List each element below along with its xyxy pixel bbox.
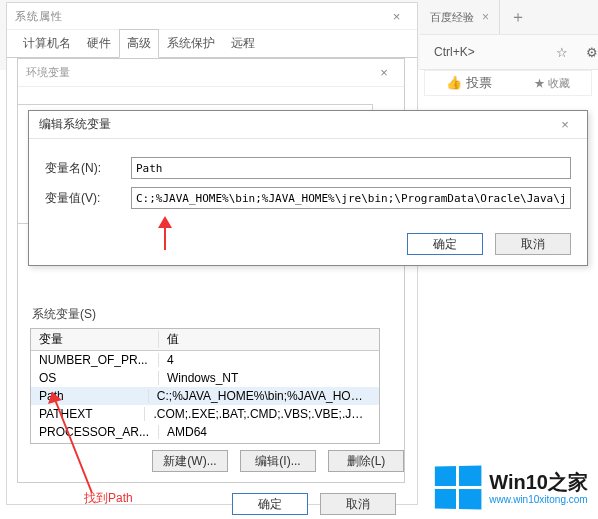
ok-button[interactable]: 确定	[407, 233, 483, 255]
system-variables-label: 系统变量(S)	[32, 306, 96, 323]
col-header-value[interactable]: 值	[159, 331, 187, 348]
svg-marker-3	[158, 216, 172, 228]
delete-button[interactable]: 删除(L)	[328, 450, 404, 472]
thumbs-up-icon[interactable]: 👍 投票	[446, 74, 492, 92]
tab-advanced[interactable]: 高级	[119, 29, 159, 58]
new-button[interactable]: 新建(W)...	[152, 450, 228, 472]
arrow-icon	[42, 388, 102, 498]
gear-icon[interactable]: ⚙	[586, 45, 598, 60]
close-icon[interactable]: ×	[482, 10, 489, 24]
cancel-button[interactable]: 取消	[495, 233, 571, 255]
close-icon[interactable]: ×	[372, 65, 396, 80]
dialog-title: 编辑系统变量	[39, 116, 111, 133]
variable-name-input[interactable]	[131, 157, 571, 179]
watermark-title: Win10之家	[489, 470, 588, 494]
window-title: 环境变量	[26, 65, 70, 80]
edit-system-variable-dialog: 编辑系统变量 × 变量名(N): 变量值(V): 确定 取消	[28, 110, 588, 266]
close-icon[interactable]: ×	[385, 9, 409, 24]
table-row[interactable]: OSWindows_NT	[31, 369, 379, 387]
tab-label: 百度经验	[430, 10, 474, 25]
watermark: Win10之家 www.win10xitong.com	[434, 466, 588, 509]
arrow-icon	[150, 214, 180, 254]
windows-logo-icon	[435, 465, 482, 509]
svg-line-0	[52, 392, 92, 493]
cancel-button[interactable]: 取消	[320, 493, 396, 515]
edit-button[interactable]: 编辑(I)...	[240, 450, 316, 472]
variable-value-input[interactable]	[131, 187, 571, 209]
tab-protection[interactable]: 系统保护	[159, 29, 223, 57]
window-title: 系统属性	[15, 9, 63, 24]
variable-name-label: 变量名(N):	[45, 160, 131, 177]
ok-button[interactable]: 确定	[232, 493, 308, 515]
browser-tab[interactable]: 百度经验 ×	[420, 0, 500, 34]
col-header-name[interactable]: 变量	[31, 331, 159, 348]
tab-hardware[interactable]: 硬件	[79, 29, 119, 57]
tab-remote[interactable]: 远程	[223, 29, 263, 57]
close-icon[interactable]: ×	[553, 117, 577, 132]
star-icon[interactable]: ☆	[556, 45, 568, 60]
search-hint: Ctrl+K>	[434, 45, 475, 59]
watermark-url: www.win10xitong.com	[489, 494, 588, 506]
favorite-icon[interactable]: ★ 收藏	[534, 76, 570, 91]
variable-value-label: 变量值(V):	[45, 190, 131, 207]
tab-computer-name[interactable]: 计算机名	[15, 29, 79, 57]
table-row[interactable]: NUMBER_OF_PR...4	[31, 351, 379, 369]
new-tab-button[interactable]: ＋	[500, 7, 536, 28]
